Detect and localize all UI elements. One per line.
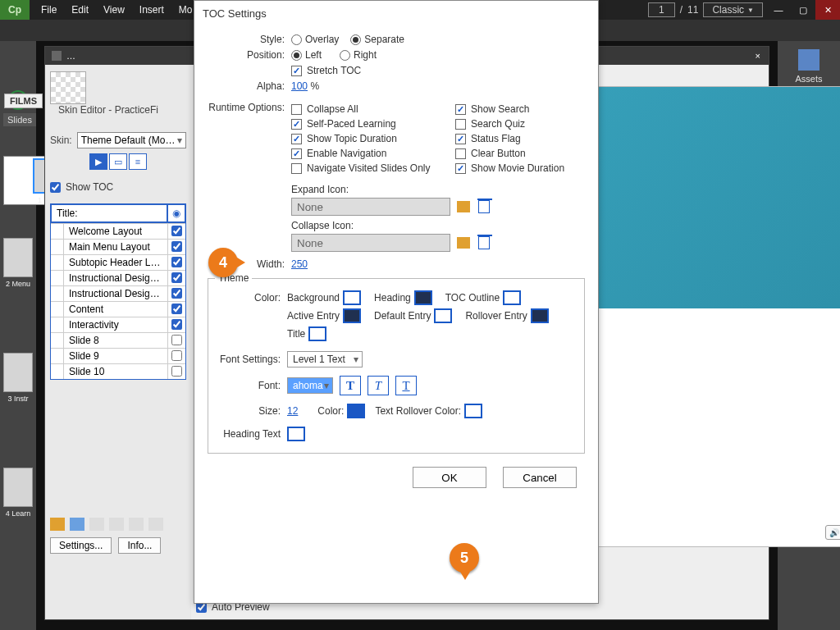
- toc-settings-button[interactable]: Settings...: [50, 537, 112, 554]
- preview-audio-icon[interactable]: 🔊: [825, 525, 840, 540]
- toc-row[interactable]: Slide 10: [51, 363, 185, 379]
- runtime-option-checkbox[interactable]: [291, 148, 302, 159]
- minimize-button[interactable]: —: [766, 0, 791, 20]
- title-color-swatch[interactable]: [308, 326, 326, 341]
- runtime-option-checkbox[interactable]: [291, 134, 302, 144]
- menu-file[interactable]: File: [34, 2, 63, 17]
- size-value[interactable]: 12: [287, 405, 298, 417]
- runtime-option-checkbox[interactable]: [455, 104, 466, 115]
- font-family-select[interactable]: ahoma: [287, 377, 333, 394]
- bold-button[interactable]: T: [340, 376, 361, 395]
- toc-row[interactable]: Content: [51, 301, 185, 317]
- runtime-option-checkbox[interactable]: [455, 163, 466, 174]
- toc-row[interactable]: Interactivity: [51, 317, 185, 332]
- toc-row[interactable]: Instructional Desig…: [51, 285, 185, 301]
- toc-row-visibility-checkbox[interactable]: [167, 224, 185, 239]
- text-color-swatch[interactable]: [347, 404, 365, 418]
- menu-view[interactable]: View: [97, 2, 131, 17]
- runtime-option-checkbox[interactable]: [291, 104, 302, 115]
- move-down-icon[interactable]: [148, 518, 163, 531]
- italic-button[interactable]: T: [368, 376, 389, 395]
- expand-icon-browse-icon[interactable]: [457, 201, 470, 212]
- runtime-option-checkbox[interactable]: [455, 119, 466, 130]
- ok-button[interactable]: OK: [413, 467, 486, 488]
- assets-icon[interactable]: [798, 49, 819, 71]
- toc-row-visibility-checkbox[interactable]: [167, 255, 185, 270]
- default-entry-swatch[interactable]: [434, 308, 452, 323]
- width-value[interactable]: 250: [291, 258, 308, 270]
- runtime-option-checkbox[interactable]: [455, 148, 466, 159]
- toc-tab-icon[interactable]: ≡: [129, 153, 147, 170]
- alpha-value[interactable]: 100: [291, 80, 308, 92]
- collapse-icon-input[interactable]: [291, 234, 450, 252]
- show-toc-checkbox[interactable]: Show TOC: [50, 181, 113, 193]
- layout-dropdown[interactable]: Classic: [703, 2, 763, 17]
- maximize-button[interactable]: ▢: [791, 0, 815, 20]
- outline-color-swatch[interactable]: [503, 290, 521, 305]
- style-overlay-radio[interactable]: [291, 34, 302, 45]
- filmstrip-tab[interactable]: FILMS: [4, 94, 43, 108]
- skin-select[interactable]: Theme Default (Mo…: [77, 132, 186, 148]
- runtime-option[interactable]: Clear Button: [441, 148, 585, 159]
- collapse-icon-delete-icon[interactable]: [478, 236, 490, 249]
- heading-text-swatch[interactable]: [287, 427, 305, 441]
- position-right-radio[interactable]: [340, 50, 350, 61]
- collapse-icon-browse-icon[interactable]: [457, 237, 470, 249]
- page-current[interactable]: 1: [648, 2, 675, 17]
- borders-tab-icon[interactable]: ▭: [109, 153, 127, 170]
- toc-row-visibility-checkbox[interactable]: [167, 333, 185, 348]
- toc-row[interactable]: Subtopic Header L…: [51, 254, 185, 270]
- runtime-option[interactable]: Show Search: [441, 103, 585, 115]
- expand-icon-delete-icon[interactable]: [478, 200, 490, 213]
- move-left-icon[interactable]: [89, 518, 104, 531]
- toc-row-visibility-checkbox[interactable]: [167, 286, 185, 301]
- runtime-option-checkbox[interactable]: [291, 119, 302, 130]
- runtime-option[interactable]: Navigate Visited Slides Only: [291, 162, 436, 174]
- runtime-option-checkbox[interactable]: [455, 134, 466, 144]
- runtime-option-checkbox[interactable]: [291, 163, 302, 174]
- toc-row[interactable]: Welcome Layout: [51, 223, 185, 239]
- folder-icon[interactable]: [50, 518, 65, 531]
- toc-row[interactable]: Main Menu Layout: [51, 239, 185, 254]
- text-rollover-color-swatch[interactable]: [464, 404, 482, 418]
- toc-row[interactable]: Slide 9: [51, 348, 185, 363]
- show-toc-input[interactable]: [50, 182, 61, 193]
- runtime-option[interactable]: Show Topic Duration: [291, 133, 436, 144]
- toc-row[interactable]: Instructional Desig…: [51, 270, 185, 285]
- heading-color-swatch[interactable]: [414, 290, 432, 305]
- toc-row[interactable]: Slide 8: [51, 332, 185, 348]
- playback-tab-icon[interactable]: ▶: [89, 153, 107, 170]
- skin-editor-close-button[interactable]: ×: [747, 51, 769, 61]
- toc-info-button[interactable]: Info...: [118, 537, 161, 554]
- move-up-icon[interactable]: [129, 518, 144, 531]
- toc-row-visibility-checkbox[interactable]: [167, 240, 185, 254]
- background-color-swatch[interactable]: [343, 290, 361, 305]
- toc-row-visibility-checkbox[interactable]: [167, 317, 185, 332]
- position-left-radio[interactable]: [291, 50, 302, 61]
- font-level-select[interactable]: Level 1 Text: [287, 351, 363, 368]
- runtime-option[interactable]: Enable Navigation: [291, 148, 436, 159]
- slide-thumb-3[interactable]: 3 Instr: [3, 353, 33, 402]
- runtime-option[interactable]: Collapse All: [291, 103, 436, 115]
- toc-row-visibility-checkbox[interactable]: [167, 271, 185, 285]
- runtime-option[interactable]: Show Movie Duration: [441, 162, 585, 174]
- slide-thumb-2[interactable]: 2 Menu: [3, 238, 33, 287]
- active-entry-swatch[interactable]: [343, 308, 361, 323]
- close-button[interactable]: ✕: [815, 0, 840, 20]
- stretch-toc-checkbox[interactable]: [291, 66, 302, 76]
- runtime-option[interactable]: Search Quiz: [441, 118, 585, 130]
- rollover-entry-swatch[interactable]: [531, 308, 549, 323]
- runtime-option[interactable]: Self-Paced Learning: [291, 118, 436, 130]
- move-right-icon[interactable]: [109, 518, 124, 531]
- style-separate-radio[interactable]: [350, 34, 361, 45]
- menu-edit[interactable]: Edit: [65, 2, 95, 17]
- toc-row-visibility-checkbox[interactable]: [167, 349, 185, 363]
- expand-icon-input[interactable]: [291, 198, 450, 216]
- toc-row-visibility-checkbox[interactable]: [167, 364, 185, 379]
- cancel-button[interactable]: Cancel: [503, 467, 577, 488]
- menu-insert[interactable]: Insert: [133, 2, 171, 17]
- runtime-option[interactable]: Status Flag: [441, 133, 585, 144]
- toc-row-visibility-checkbox[interactable]: [167, 302, 185, 317]
- underline-button[interactable]: T: [395, 376, 417, 395]
- reset-icon[interactable]: [70, 518, 84, 531]
